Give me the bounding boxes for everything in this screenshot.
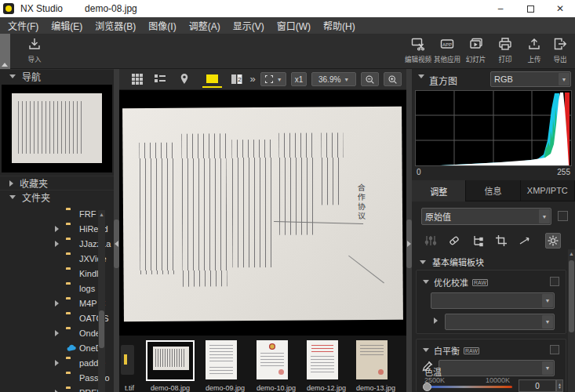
navigator-page <box>12 93 102 163</box>
preset-dropdown[interactable]: 原始值 ▼ <box>421 208 551 225</box>
folder-row-onedrive[interactable]: OneDr <box>0 340 114 355</box>
right-panel-scrollbar[interactable]: ▲ <box>568 249 575 392</box>
chevron-down-icon[interactable] <box>423 280 429 284</box>
straighten-tool-button[interactable] <box>517 233 533 249</box>
image-view-button[interactable] <box>202 71 222 88</box>
image-canvas[interactable]: 合作协议 <box>119 90 406 334</box>
picture-control-dropdown[interactable]: ▼ <box>431 292 555 309</box>
scrollbar-thumb[interactable] <box>99 310 104 348</box>
folder-row[interactable]: PREM <box>0 385 114 392</box>
folder-row[interactable]: Kindle <box>0 266 114 281</box>
chevron-down-icon[interactable] <box>423 348 429 352</box>
filmstrip-item[interactable]: t.tif <box>121 340 138 375</box>
expander-icon[interactable] <box>55 300 59 307</box>
tab-adjustments[interactable]: 调整 <box>412 180 466 201</box>
filmstrip-item[interactable]: demo-12.jpg <box>307 340 338 379</box>
fit-screen-icon <box>264 74 274 84</box>
left-panel-divider[interactable] <box>114 69 119 392</box>
thumbnail <box>356 340 388 379</box>
collapse-right-handle[interactable] <box>406 220 412 268</box>
folder-row[interactable]: JJazzLa <box>0 236 114 251</box>
map-view-button[interactable] <box>175 71 195 88</box>
expander-icon[interactable] <box>55 390 59 392</box>
tab-xmp-iptc[interactable]: XMP/IPTC <box>521 180 575 201</box>
menu-file[interactable]: 文件(F) <box>8 19 38 32</box>
right-panel-divider[interactable] <box>406 69 412 392</box>
menu-image[interactable]: 图像(I) <box>148 19 176 32</box>
more-tools-icon[interactable]: » <box>250 73 256 85</box>
zoom-percent-dropdown[interactable]: 36.9% ▼ <box>311 72 356 86</box>
fit-screen-button[interactable]: ▼ <box>260 72 286 86</box>
expander-icon[interactable] <box>55 226 59 232</box>
picture-control-checkbox[interactable] <box>550 277 559 286</box>
maximize-button[interactable] <box>515 0 545 17</box>
compare-view-button[interactable]: 2 <box>227 71 246 88</box>
scrollbar-thumb[interactable] <box>569 260 574 332</box>
navigator-preview[interactable] <box>2 85 112 172</box>
folder-row[interactable]: M4P C <box>0 296 114 310</box>
toolbar-collapse-strip[interactable] <box>0 34 10 69</box>
basic-edit-section-header[interactable]: 基本编辑板块 <box>420 256 484 268</box>
settings-button[interactable] <box>545 233 561 249</box>
picture-control-tool-button[interactable] <box>423 233 439 249</box>
slider-handle[interactable] <box>423 383 431 391</box>
minimize-button[interactable]: – <box>486 0 515 17</box>
favorites-section-label: 收藏夹 <box>20 176 48 190</box>
close-button[interactable]: ✕ <box>545 0 575 17</box>
chevron-down-icon[interactable] <box>418 74 424 78</box>
menu-view[interactable]: 显示(V) <box>233 19 264 32</box>
value-spinner[interactable]: ▲▼ <box>556 379 563 392</box>
filmstrip-item-selected[interactable]: demo-08.jpg <box>146 340 195 381</box>
white-balance-label: 白平衡 <box>434 344 460 357</box>
expander-icon[interactable] <box>55 360 59 366</box>
scroll-up-icon[interactable]: ▲ <box>98 210 105 219</box>
image-view-icon <box>206 74 218 83</box>
crop-tool-button[interactable] <box>493 233 509 249</box>
nav-section-header[interactable]: 导航 <box>0 69 114 82</box>
folders-section-header[interactable]: 文件夹 <box>0 190 114 204</box>
folder-row[interactable]: Passwo <box>0 370 114 385</box>
collapse-left-handle[interactable] <box>114 220 119 268</box>
folder-row[interactable]: FRF <box>0 206 114 221</box>
filmstrip-item[interactable]: demo-10.jpg <box>257 340 288 379</box>
list-view-button[interactable] <box>150 71 169 88</box>
tab-info[interactable]: 信息 <box>466 180 520 201</box>
folder-row[interactable]: JXVide <box>0 251 114 266</box>
filmstrip-item[interactable]: demo-09.jpg <box>206 340 237 379</box>
white-balance-checkbox[interactable] <box>550 345 559 354</box>
sidebar-scrollbar[interactable]: ▲ <box>98 210 105 392</box>
color-control-point-button[interactable] <box>470 233 486 249</box>
color-temp-value-field[interactable]: 0 <box>519 379 556 392</box>
import-button[interactable]: 导入 <box>17 36 52 67</box>
grid-view-button[interactable] <box>127 71 147 88</box>
histogram-channel-dropdown[interactable]: RGB ▼ <box>490 71 571 87</box>
preset-toggle-checkbox[interactable] <box>558 211 568 221</box>
folder-row[interactable]: OATOS <box>0 310 114 325</box>
menu-help[interactable]: 帮助(H) <box>323 19 355 32</box>
favorites-section-header[interactable]: 收藏夹 <box>0 176 114 190</box>
scale-1x-button[interactable]: x1 <box>291 72 308 86</box>
picture-control-sub-dropdown[interactable]: ▼ <box>445 314 555 330</box>
menu-adjust[interactable]: 调整(A) <box>189 19 220 32</box>
menu-edit[interactable]: 编辑(E) <box>51 19 82 32</box>
chevron-right-icon[interactable] <box>434 318 438 324</box>
expander-icon[interactable] <box>55 241 59 247</box>
scroll-up-icon[interactable]: ▲ <box>568 249 575 258</box>
color-temp-slider[interactable] <box>424 386 512 388</box>
zoom-in-button[interactable] <box>384 72 402 86</box>
retouch-brush-button[interactable] <box>446 233 462 249</box>
folder-row[interactable]: paddle <box>0 355 114 370</box>
folder-row[interactable]: logs <box>0 281 114 296</box>
export-button[interactable]: 导出 <box>543 36 575 67</box>
filmstrip-item[interactable]: demo-13.jpg <box>356 340 388 379</box>
zoom-out-button[interactable] <box>361 72 379 86</box>
svg-text:2: 2 <box>238 76 242 83</box>
menu-window[interactable]: 窗口(W) <box>277 19 311 32</box>
nx-studio-window: NX Studio demo-08.jpg – ✕ 文件(F) 编辑(E) 浏览… <box>0 0 575 392</box>
folder-row[interactable]: Ondes <box>0 325 114 340</box>
menu-browser[interactable]: 浏览器(B) <box>95 19 136 32</box>
white-balance-dropdown[interactable]: ▼ <box>439 360 555 376</box>
center-area: 2 » ▼ x1 36.9% ▼ <box>119 69 406 392</box>
folder-row[interactable]: HiRend <box>0 221 114 236</box>
expander-icon[interactable] <box>55 330 59 336</box>
